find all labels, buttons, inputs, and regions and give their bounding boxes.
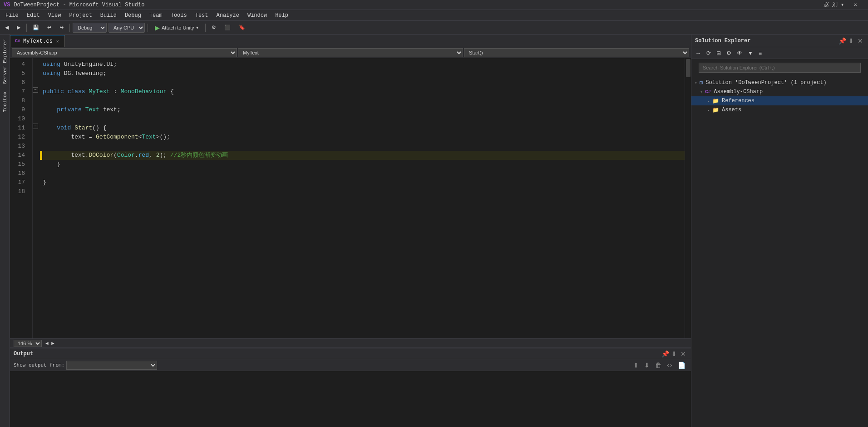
user-info: 赵 刘 ▾ ✕ bbox=[824, 1, 857, 9]
se-props-btn[interactable]: ⚙ bbox=[724, 49, 734, 57]
line-number-16: 16 bbox=[10, 169, 29, 178]
zoom-dropdown[interactable]: 146 % 100 % 75 % bbox=[14, 340, 42, 347]
se-sync-btn[interactable]: ↔ bbox=[693, 49, 703, 57]
toolbar-extra-1[interactable]: ⚙ bbox=[208, 23, 219, 32]
line-number-12: 12 bbox=[10, 133, 29, 142]
menu-item-build[interactable]: Build bbox=[97, 11, 120, 20]
menu-item-window[interactable]: Window bbox=[244, 11, 271, 20]
toolbar-extra-2[interactable]: ⬛ bbox=[221, 23, 234, 32]
undo-button[interactable]: ↩ bbox=[44, 23, 54, 32]
output-clear-btn[interactable]: 🗑 bbox=[653, 361, 663, 369]
platform-dropdown[interactable]: Any CPU x86 bbox=[108, 23, 145, 33]
menu-item-team[interactable]: Team bbox=[146, 11, 166, 20]
redo-button[interactable]: ↪ bbox=[56, 23, 67, 32]
server-explorer-tab[interactable]: Server Explorer bbox=[1, 36, 9, 87]
code-content[interactable]: using UnityEngine.UI;using DG.Tweening;p… bbox=[39, 58, 685, 338]
vertical-scrollbar[interactable] bbox=[685, 58, 691, 338]
output-scroll-down-btn[interactable]: ⬇ bbox=[642, 361, 651, 369]
se-node-references[interactable]: ▸📁References bbox=[691, 96, 868, 105]
output-open-log-btn[interactable]: 📄 bbox=[676, 361, 687, 369]
code-editor[interactable]: 456789101112131415161718 −− using UnityE… bbox=[10, 58, 691, 338]
se-tree: ▾⊞Solution 'DoTweenProject' (1 project)▾… bbox=[691, 76, 868, 427]
se-close-button[interactable]: ✕ bbox=[856, 37, 864, 45]
token: < bbox=[138, 133, 142, 142]
menu-item-debug[interactable]: Debug bbox=[121, 11, 145, 20]
line-number-17: 17 bbox=[10, 178, 29, 187]
se-node-assembly-csharp[interactable]: ▾C#Assembly-CSharp bbox=[691, 87, 868, 96]
se-node-label: Assets bbox=[722, 107, 741, 113]
member-dropdown[interactable]: Start() bbox=[464, 48, 689, 57]
menu-item-file[interactable]: File bbox=[2, 11, 22, 20]
token: . bbox=[135, 151, 138, 160]
se-node-label: Solution 'DoTweenProject' (1 project) bbox=[705, 79, 826, 86]
fold-area-9 bbox=[33, 104, 39, 113]
zoom-bar: 146 % 100 % 75 % ◀ ▶ bbox=[10, 338, 691, 348]
code-line-8 bbox=[43, 96, 685, 105]
config-dropdown[interactable]: Debug Release bbox=[73, 23, 107, 33]
fold-area-17 bbox=[33, 176, 39, 185]
assembly-dropdown[interactable]: Assembly-CSharp bbox=[12, 48, 237, 57]
token: //2秒内颜色渐变动画 bbox=[170, 151, 228, 160]
menu-item-test[interactable]: Test bbox=[192, 11, 212, 20]
nav-back-button[interactable]: ◀ bbox=[2, 23, 12, 32]
se-node-solution--dotweenproject---1-project-[interactable]: ▾⊞Solution 'DoTweenProject' (1 project) bbox=[691, 78, 868, 87]
editor-tab-mytext[interactable]: C# MyText.cs ✕ bbox=[10, 35, 65, 47]
token: public bbox=[43, 87, 64, 96]
fold-area-13 bbox=[33, 140, 39, 149]
se-refresh-btn[interactable]: ⟳ bbox=[704, 49, 713, 57]
menu-item-project[interactable]: Project bbox=[65, 11, 95, 20]
se-collapse-btn[interactable]: ⊟ bbox=[714, 49, 723, 57]
line-number-14: 14 bbox=[10, 151, 29, 160]
output-toolbar: Show output from: Build Debug General ⬆ … bbox=[10, 359, 691, 371]
output-close-button[interactable]: ✕ bbox=[679, 350, 687, 358]
class-dropdown[interactable]: MyText bbox=[238, 48, 463, 57]
vs-logo: VS bbox=[4, 2, 10, 8]
token: : bbox=[110, 87, 120, 96]
output-word-wrap-btn[interactable]: ⇔ bbox=[665, 361, 674, 369]
line-number-15: 15 bbox=[10, 160, 29, 169]
token: { bbox=[167, 87, 174, 96]
toolbar-extra-3[interactable]: 🔖 bbox=[236, 23, 248, 32]
folder-icon: 📁 bbox=[712, 98, 719, 104]
line-number-13: 13 bbox=[10, 142, 29, 151]
fold-button-11[interactable]: − bbox=[33, 124, 38, 129]
token: ; bbox=[117, 105, 121, 114]
nav-forward-button[interactable]: ▶ bbox=[14, 23, 24, 32]
se-search-input[interactable] bbox=[699, 63, 861, 73]
token: red bbox=[138, 151, 149, 160]
token: Text bbox=[142, 133, 156, 142]
token: text. bbox=[43, 151, 89, 160]
attach-to-unity-button[interactable]: ▶ Attach to Unity ▾ bbox=[151, 23, 202, 33]
code-line-6 bbox=[43, 78, 685, 87]
tab-bar: C# MyText.cs ✕ bbox=[10, 35, 691, 47]
token bbox=[43, 105, 57, 114]
se-settings-btn[interactable]: ≡ bbox=[756, 49, 764, 57]
output-move-button[interactable]: ⬇ bbox=[670, 350, 678, 358]
se-pin-button[interactable]: 📌 bbox=[838, 37, 846, 45]
toolbar: ◀ ▶ 💾 ↩ ↪ Debug Release Any CPU x86 ▶ At… bbox=[0, 21, 868, 35]
fold-button-7[interactable]: − bbox=[33, 87, 38, 93]
menu-item-edit[interactable]: Edit bbox=[23, 11, 44, 20]
output-panel: Output 📌 ⬇ ✕ Show output from: Build Deb… bbox=[10, 348, 691, 427]
output-content bbox=[10, 371, 691, 427]
code-line-10 bbox=[43, 114, 685, 124]
output-pin-button[interactable]: 📌 bbox=[661, 350, 669, 358]
toolbox-tab[interactable]: Toolbox bbox=[1, 89, 9, 115]
scrollbar-thumb[interactable] bbox=[686, 59, 690, 77]
menu-item-view[interactable]: View bbox=[44, 11, 65, 20]
save-all-button[interactable]: 💾 bbox=[30, 23, 42, 32]
menu-item-analyze[interactable]: Analyze bbox=[213, 11, 243, 20]
token: ); bbox=[160, 151, 170, 160]
menu-item-tools[interactable]: Tools bbox=[167, 11, 191, 20]
se-move-button[interactable]: ⬇ bbox=[847, 37, 855, 45]
se-filter-btn[interactable]: ▼ bbox=[745, 49, 755, 57]
fold-area-12 bbox=[33, 131, 39, 140]
output-scroll-up-btn[interactable]: ⬆ bbox=[631, 361, 641, 369]
se-preview-btn[interactable]: 👁 bbox=[735, 49, 745, 57]
se-node-assets[interactable]: ▸📁Assets bbox=[691, 105, 868, 114]
menu-item-help[interactable]: Help bbox=[271, 11, 292, 20]
output-source-dropdown[interactable]: Build Debug General bbox=[66, 361, 157, 370]
se-node-label: References bbox=[722, 98, 755, 104]
tab-close-button[interactable]: ✕ bbox=[55, 38, 60, 45]
fold-area-18 bbox=[33, 185, 39, 194]
